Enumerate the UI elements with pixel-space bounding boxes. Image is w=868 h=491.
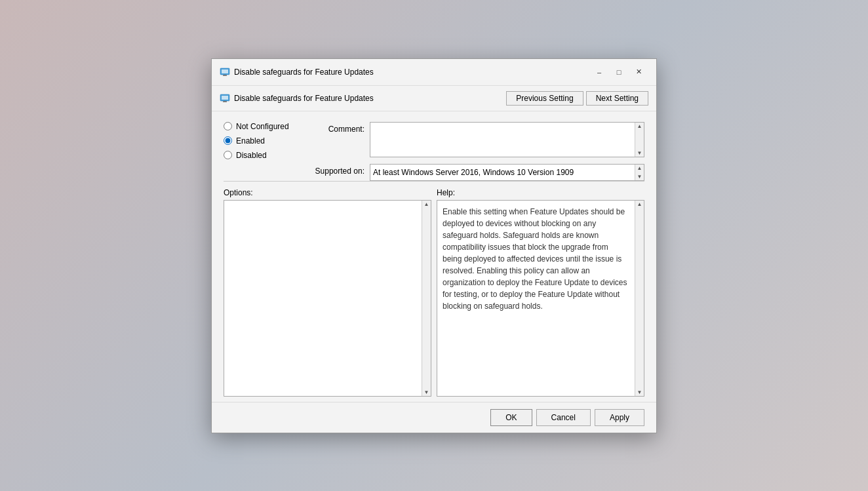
help-box: Enable this setting when Feature Updates… bbox=[437, 200, 644, 397]
cancel-button[interactable]: Cancel bbox=[536, 409, 591, 426]
title-bar: Disable safeguards for Feature Updates –… bbox=[212, 59, 656, 86]
help-label: Help: bbox=[437, 188, 644, 197]
options-scrollbar: ▲ ▼ bbox=[422, 201, 431, 396]
help-text: Enable this setting when Feature Updates… bbox=[437, 201, 635, 396]
close-button[interactable]: ✕ bbox=[629, 64, 648, 80]
header-title: Disable safeguards for Feature Updates bbox=[234, 94, 374, 103]
not-configured-option[interactable]: Not Configured bbox=[224, 122, 304, 131]
enabled-radio[interactable] bbox=[224, 136, 232, 145]
options-panel: Options: ▲ ▼ bbox=[224, 188, 431, 397]
enabled-option[interactable]: Enabled bbox=[224, 136, 304, 146]
comment-section: Comment: ▲ ▼ Supported on: ▲ ▼ bbox=[304, 111, 656, 181]
not-configured-label: Not Configured bbox=[236, 122, 289, 131]
next-setting-button[interactable]: Next Setting bbox=[586, 91, 648, 106]
title-bar-text: Disable safeguards for Feature Updates bbox=[234, 68, 374, 77]
enabled-label: Enabled bbox=[236, 136, 265, 146]
scroll-down-arrow[interactable]: ▼ bbox=[637, 150, 642, 156]
supported-scroll-up[interactable]: ▲ bbox=[637, 165, 642, 171]
options-scroll-down[interactable]: ▼ bbox=[424, 389, 429, 395]
help-scroll-down[interactable]: ▼ bbox=[637, 389, 642, 395]
dialog: Disable safeguards for Feature Updates –… bbox=[211, 58, 657, 433]
help-panel: Help: Enable this setting when Feature U… bbox=[437, 188, 644, 397]
previous-setting-button[interactable]: Previous Setting bbox=[506, 91, 583, 106]
comment-scrollbar: ▲ ▼ bbox=[635, 123, 644, 157]
supported-on-value bbox=[370, 165, 635, 180]
header-icon bbox=[220, 93, 230, 104]
help-scrollbar: ▲ ▼ bbox=[635, 201, 644, 396]
options-box: ▲ ▼ bbox=[224, 200, 431, 397]
minimize-button[interactable]: – bbox=[589, 64, 609, 80]
disabled-radio[interactable] bbox=[224, 151, 232, 159]
dialog-icon bbox=[220, 67, 230, 77]
ok-button[interactable]: OK bbox=[490, 409, 532, 426]
supported-scrollbar: ▲ ▼ bbox=[635, 165, 644, 180]
svg-rect-5 bbox=[222, 96, 228, 100]
options-label: Options: bbox=[224, 188, 431, 197]
supported-on-row: Supported on: ▲ ▼ bbox=[309, 164, 644, 181]
options-content bbox=[224, 201, 422, 396]
disabled-option[interactable]: Disabled bbox=[224, 151, 304, 160]
supported-scroll-down[interactable]: ▼ bbox=[637, 174, 642, 180]
comment-field-wrap: ▲ ▼ bbox=[370, 122, 644, 157]
apply-button[interactable]: Apply bbox=[595, 409, 644, 426]
scroll-up-arrow[interactable]: ▲ bbox=[637, 123, 642, 129]
help-scroll-up[interactable]: ▲ bbox=[637, 201, 642, 207]
svg-rect-1 bbox=[222, 69, 228, 73]
maximize-button[interactable]: □ bbox=[609, 64, 629, 80]
radio-section: Not Configured Enabled Disabled bbox=[212, 111, 304, 181]
disabled-label: Disabled bbox=[236, 151, 267, 160]
options-scroll-up[interactable]: ▲ bbox=[424, 201, 429, 207]
nav-buttons: Previous Setting Next Setting bbox=[506, 91, 648, 106]
title-bar-controls: – □ ✕ bbox=[589, 64, 648, 80]
top-area: Not Configured Enabled Disabled Comment:… bbox=[212, 111, 656, 181]
comment-textarea[interactable] bbox=[370, 123, 635, 157]
dialog-footer: OK Cancel Apply bbox=[212, 402, 656, 433]
comment-row: Comment: ▲ ▼ bbox=[309, 122, 644, 157]
comment-label: Comment: bbox=[309, 122, 365, 134]
dialog-header: Disable safeguards for Feature Updates P… bbox=[212, 86, 656, 111]
title-bar-left: Disable safeguards for Feature Updates bbox=[220, 67, 374, 77]
not-configured-radio[interactable] bbox=[224, 122, 232, 130]
dialog-header-title-area: Disable safeguards for Feature Updates bbox=[220, 93, 374, 104]
supported-on-wrap: ▲ ▼ bbox=[370, 164, 644, 181]
panels-area: Options: ▲ ▼ Help: Enable this setting w… bbox=[212, 182, 656, 402]
supported-on-label: Supported on: bbox=[309, 164, 365, 176]
